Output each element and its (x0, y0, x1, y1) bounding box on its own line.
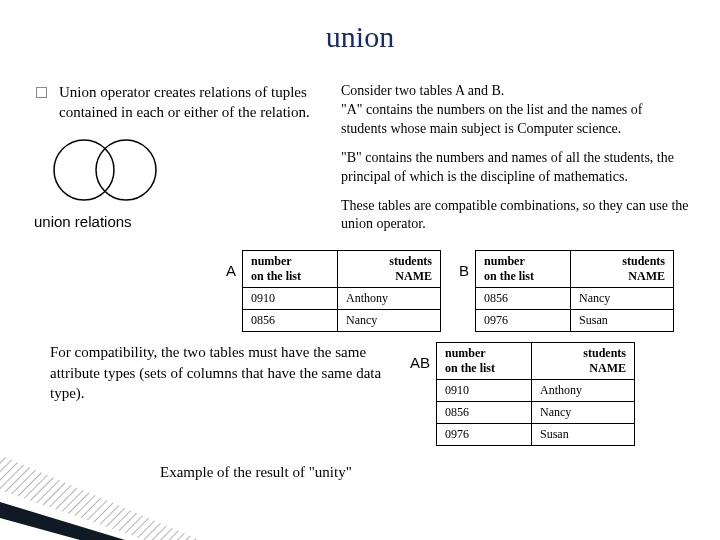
table-b-label: B (459, 250, 469, 279)
intro-paragraph-3: These tables are compatible combinations… (341, 197, 690, 235)
venn-diagram (44, 137, 325, 207)
table-row: 0910Anthony (243, 288, 441, 310)
table-a-label: A (226, 250, 236, 279)
bullet-icon (36, 87, 47, 98)
bullet-item: Union operator creates relations of tupl… (30, 82, 325, 123)
table-row: 0856Nancy (437, 402, 635, 424)
compatibility-text: For compatibility, the two tables must h… (50, 342, 390, 403)
table-row: 0910Anthony (437, 380, 635, 402)
svg-marker-4 (0, 490, 145, 540)
table-row: 0976Susan (476, 310, 674, 332)
table-ab: numberon the list studentsNAME 0910Antho… (436, 342, 635, 446)
table-row: 0856Nancy (476, 288, 674, 310)
table-a: numberon the list studentsNAME 0910Antho… (242, 250, 441, 332)
svg-marker-5 (0, 502, 125, 540)
table-row: 0856Nancy (243, 310, 441, 332)
svg-point-1 (96, 140, 156, 200)
svg-marker-6 (0, 518, 80, 540)
table-b: numberon the list studentsNAME 0856Nancy… (475, 250, 674, 332)
venn-caption: union relations (34, 213, 325, 230)
intro-paragraph-1: Consider two tables A and B. "A" contain… (341, 82, 690, 139)
intro-paragraph-2: "B" contains the numbers and names of al… (341, 149, 690, 187)
table-ab-label: AB (410, 342, 430, 371)
example-caption: Example of the result of "unity" (160, 464, 720, 481)
table-row: 0976Susan (437, 424, 635, 446)
bullet-text: Union operator creates relations of tupl… (59, 82, 325, 123)
page-title: union (0, 20, 720, 54)
